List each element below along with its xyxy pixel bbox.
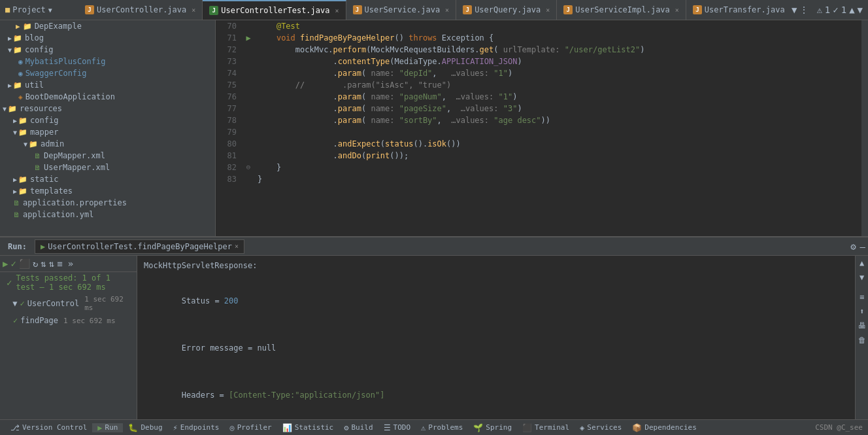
- sidebar-item-label: config: [25, 45, 53, 54]
- wrap-icon[interactable]: ≡: [860, 292, 864, 302]
- line-code: void findPageByPageHelper() throws Excep…: [255, 32, 861, 44]
- stop-icon[interactable]: ⬛: [19, 258, 30, 269]
- test-method-item[interactable]: ✓ findPage 1 sec 692 ms: [0, 314, 137, 327]
- clear-icon[interactable]: 🗑: [858, 336, 866, 345]
- test-toolbar: ▶ ✓ ⬛ ↻ ⇅ ⇅ ≡ »: [0, 256, 137, 272]
- status-todo[interactable]: ☰ TODO: [378, 423, 416, 432]
- tab-user-controller-test[interactable]: J UserControllerTest.java ×: [203, 0, 346, 20]
- sidebar-item-mapper[interactable]: ▼ 📁 mapper: [0, 126, 215, 138]
- sidebar-item-util[interactable]: ▶ 📁 util: [0, 79, 215, 91]
- run-status-icon: ▶: [97, 423, 102, 432]
- status-endpoints[interactable]: ⚡ Endpoints: [168, 423, 225, 432]
- folder-icon: 📁: [23, 22, 32, 31]
- settings-icon[interactable]: ⚙: [850, 241, 856, 252]
- debug-icon: 🐛: [128, 423, 138, 432]
- close-icon[interactable]: ×: [675, 7, 679, 14]
- terminal-icon: ⬛: [522, 423, 532, 432]
- status-spring-label: Spring: [486, 423, 512, 432]
- tab-bar: ■ Project ▼ J UserController.java × J Us…: [0, 0, 868, 20]
- project-arrow: ▼: [48, 7, 52, 14]
- fold-icon[interactable]: ⊖: [246, 162, 251, 173]
- collapse-icon[interactable]: ▼: [858, 5, 863, 15]
- close-icon[interactable]: ×: [235, 243, 239, 250]
- test-suite-item[interactable]: ▼ ✓ UserControl 1 sec 692 ms: [0, 293, 137, 314]
- sidebar-item-label: resources: [20, 104, 62, 113]
- sidebar-item-dep-example[interactable]: ▶ 📁 DepExample: [0, 20, 215, 32]
- status-spring[interactable]: 🌱 Spring: [468, 423, 517, 432]
- test-java-icon: J: [209, 6, 218, 15]
- play-icon[interactable]: ▶: [3, 258, 8, 269]
- sidebar-item-mybatis[interactable]: ◉ MybatisPlusConfig: [0, 56, 215, 67]
- sidebar-item-label: application.properties: [23, 198, 127, 207]
- dropdown-icon[interactable]: ▼: [792, 5, 797, 15]
- close-icon[interactable]: ×: [546, 7, 550, 14]
- status-version-control[interactable]: ⎇ Version Control: [5, 423, 92, 432]
- close-icon[interactable]: ×: [192, 7, 195, 14]
- sidebar-item-static[interactable]: ▶ 📁 static: [0, 173, 215, 185]
- sidebar-item-resources[interactable]: ▼ 📁 resources: [0, 103, 215, 114]
- statistic-icon: 📊: [282, 423, 292, 432]
- sort-icon[interactable]: ⇅: [41, 258, 46, 269]
- editor-scrollbar[interactable]: [861, 20, 868, 236]
- tab-user-service[interactable]: J UserService.java ×: [346, 0, 457, 20]
- close-icon[interactable]: ×: [445, 7, 449, 14]
- tab-user-transfer[interactable]: J UserTransfer.java ×: [686, 0, 786, 20]
- sidebar-item-blog[interactable]: ▶ 📁 blog: [0, 32, 215, 44]
- sidebar-item-swagger[interactable]: ◉ SwaggerConfig: [0, 67, 215, 79]
- filter-icon[interactable]: ⇅: [49, 258, 54, 269]
- code-line-83: 83 }: [216, 173, 861, 185]
- status-services[interactable]: ◈ Services: [575, 423, 627, 432]
- sidebar-item-app-yaml[interactable]: 🗎 application.yml: [0, 209, 215, 220]
- sidebar-item-boot-app[interactable]: ◈ BootDemoApplication: [0, 91, 215, 103]
- sidebar-item-admin[interactable]: ▼ 📁 admin: [0, 138, 215, 150]
- status-profiler[interactable]: ◎ Profiler: [224, 423, 276, 432]
- check-icon: ✓: [833, 5, 838, 15]
- line-code: .param( name: "pageNum", …values: "1"): [255, 91, 861, 103]
- separator: »: [68, 258, 73, 269]
- sidebar-item-config2[interactable]: ▶ 📁 config: [0, 114, 215, 126]
- line-code: @Test: [255, 20, 861, 32]
- sidebar-item-templates[interactable]: ▶ 📁 templates: [0, 185, 215, 197]
- more-tabs-icon[interactable]: ⋮: [799, 5, 809, 15]
- status-debug[interactable]: 🐛 Debug: [123, 423, 167, 432]
- status-problems[interactable]: ⚠ Problems: [416, 423, 468, 432]
- code-content[interactable]: 70 @Test 71 ▶ void findPageByPageHelper(…: [216, 20, 861, 236]
- scroll-up-icon[interactable]: ▲: [860, 258, 864, 268]
- line-code: .param( name: "pageSize", …values: "3"): [255, 103, 861, 114]
- run-arrow-icon[interactable]: ▶: [246, 32, 250, 44]
- scroll-down-icon[interactable]: ▼: [860, 273, 864, 282]
- sidebar-item-app-props[interactable]: 🗎 application.properties: [0, 197, 215, 209]
- check-all-icon[interactable]: ✓: [10, 258, 16, 269]
- status-statistic[interactable]: 📊 Statistic: [277, 423, 339, 432]
- tab-user-service-impl[interactable]: J UserServiceImpl.java ×: [557, 0, 686, 20]
- pass-check-icon: ✓: [7, 277, 12, 288]
- run-tab-active[interactable]: ▶ UserControllerTest.findPageByPageHelpe…: [35, 239, 244, 254]
- status-build[interactable]: ⚙ Build: [339, 423, 378, 432]
- status-problems-label: Problems: [428, 423, 463, 432]
- status-run-label: Run: [105, 423, 118, 432]
- spring-icon: 🌱: [473, 423, 483, 432]
- rerun-icon[interactable]: ↻: [33, 258, 38, 269]
- build-icon: ⚙: [344, 423, 348, 432]
- more-icon[interactable]: ≡: [57, 258, 62, 269]
- tab-user-controller[interactable]: J UserController.java ×: [78, 0, 203, 20]
- print-icon[interactable]: 🖶: [858, 321, 866, 330]
- run-tab-label: UserControllerTest.findPageByPageHelper: [48, 242, 232, 251]
- sidebar-item-label: DepMapper.xml: [44, 151, 105, 160]
- sidebar-item-dep-mapper[interactable]: 🗎 DepMapper.xml: [0, 150, 215, 162]
- close-icon[interactable]: ×: [335, 7, 339, 14]
- sidebar-item-user-mapper[interactable]: 🗎 UserMapper.xml: [0, 162, 215, 173]
- status-dependencies[interactable]: 📦 Dependencies: [627, 423, 701, 432]
- sort-asc-icon[interactable]: ⬆: [860, 307, 864, 316]
- line-code: }: [255, 162, 861, 173]
- status-todo-label: TODO: [393, 423, 411, 432]
- sidebar-item-config[interactable]: ▼ 📁 config: [0, 44, 215, 56]
- status-run[interactable]: ▶ Run: [92, 423, 123, 432]
- tab-user-query[interactable]: J UserQuery.java ×: [456, 0, 557, 20]
- close-panel-icon[interactable]: —: [860, 241, 865, 252]
- code-line-75: 75 // .param("isAsc", "true"): [216, 79, 861, 91]
- expand-icon[interactable]: ▲: [849, 5, 854, 15]
- status-terminal[interactable]: ⬛ Terminal: [517, 423, 575, 432]
- project-header[interactable]: ■ Project ▼: [0, 5, 78, 14]
- line-number: 72: [216, 44, 242, 56]
